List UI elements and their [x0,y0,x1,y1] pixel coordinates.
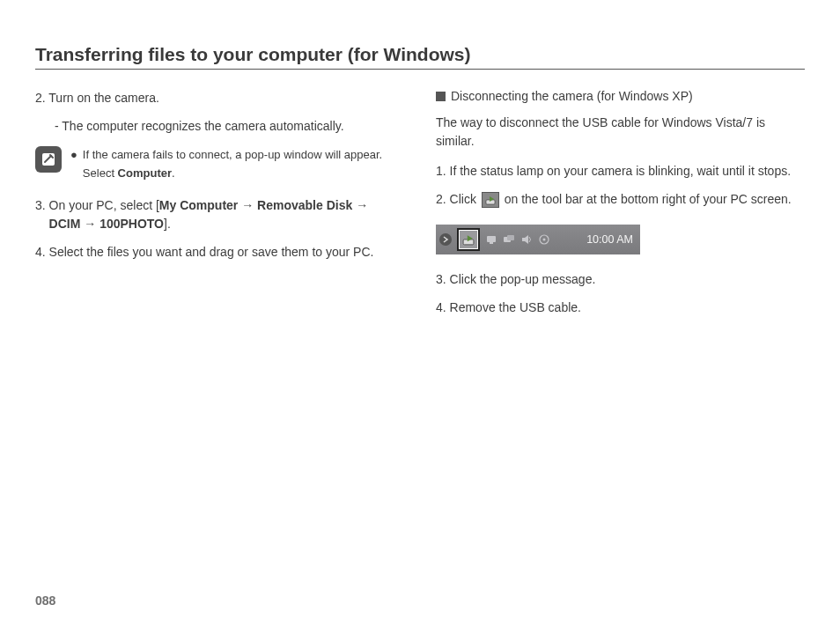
left-step-3: 3. On your PC, select [My Computer → Rem… [35,196,404,234]
left-column: 2. Turn on the camera. - The computer re… [35,89,404,327]
note-line: If the camera fails to connect, a pop-up… [83,146,404,181]
step3-dcim: DCIM [49,217,81,231]
taskbar-screenshot: 10:00 AM [436,225,640,254]
step3-pre: 3. On your PC, select [ [35,198,159,212]
left-step-4: 4. Select the files you want and drag or… [35,243,404,262]
step3-arrow3: → [80,217,99,231]
step3-arrow1: → [238,198,257,212]
page-title: Transferring files to your computer (for… [35,44,805,65]
subheading: Disconnecting the camera (for Windows XP… [436,87,805,107]
taskbar-clock: 10:00 AM [586,232,633,248]
taskbar-expand-icon [439,233,452,246]
page-number: 088 [35,593,55,608]
taskbar-system-tray [485,233,550,246]
step3-my-computer: My Computer [159,198,238,212]
content-columns: 2. Turn on the camera. - The computer re… [35,89,805,327]
note-text: ● If the camera fails to connect, a pop-… [70,146,404,181]
tray-icon-1 [485,233,497,246]
right-step-1: 1. If the status lamp on your camera is … [436,162,805,181]
svg-rect-6 [507,235,514,240]
note-bold: Computer [118,166,172,180]
step3-removable-disk: Removable Disk [257,198,352,212]
bullet-dot: ● [70,146,77,181]
safely-remove-hardware-icon [482,192,499,208]
right-step-3: 3. Click the pop-up message. [436,270,805,290]
subheading-text: Disconnecting the camera (for Windows XP… [451,87,693,107]
left-step-2: 2. Turn on the camera. [35,89,404,108]
volume-icon [520,233,533,246]
svg-rect-3 [487,236,496,242]
svg-rect-4 [490,242,493,244]
note-icon [35,146,62,173]
taskbar-highlighted-icon [457,228,480,251]
title-rule [35,69,805,70]
right-step-4: 4. Remove the USB cable. [436,299,805,318]
square-bullet-icon [436,92,446,101]
svg-point-8 [543,239,546,241]
step3-arrow2: → [352,198,368,212]
note-period: . [172,166,175,180]
step3-post: ]. [164,217,171,231]
right-intro: The way to disconnect the USB cable for … [436,114,805,151]
left-step-2-sub: - The computer recognizes the camera aut… [55,117,404,136]
right-step2-post: on the tool bar at the bottom right of y… [501,192,792,206]
tray-icon-4 [538,233,550,246]
right-column: Disconnecting the camera (for Windows XP… [436,89,805,327]
tray-icon-2 [503,233,515,246]
right-step-2: 2. Click on the tool bar at the bottom r… [436,190,805,210]
right-step2-pre: 2. Click [436,192,480,206]
step3-100photo: 100PHOTO [99,217,164,231]
note-box: ● If the camera fails to connect, a pop-… [35,146,404,181]
